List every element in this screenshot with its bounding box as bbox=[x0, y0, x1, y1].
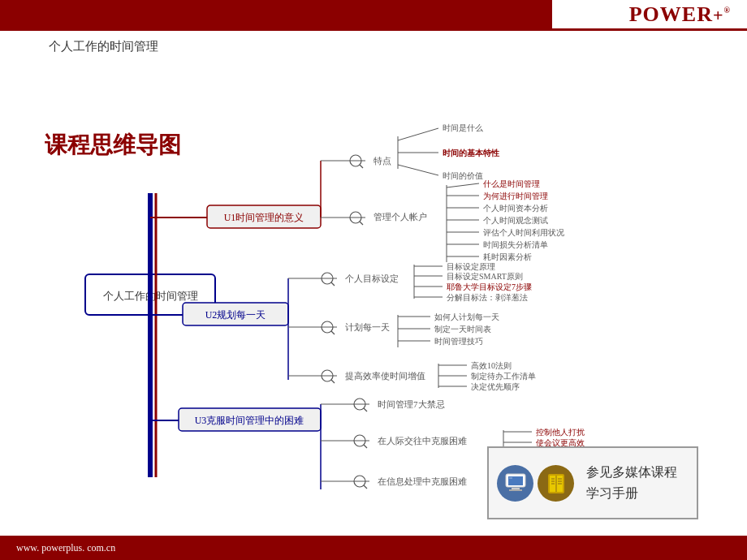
svg-line-98 bbox=[364, 485, 367, 489]
info-text: 参见多媒体课程 学习手册 bbox=[586, 462, 677, 503]
svg-text:管理个人帐户: 管理个人帐户 bbox=[374, 212, 427, 222]
svg-text:控制他人打扰: 控制他人打扰 bbox=[536, 428, 585, 437]
svg-text:制定一天时间表: 制定一天时间表 bbox=[434, 325, 491, 334]
svg-text:耶鲁大学目标设定7步骤: 耶鲁大学目标设定7步骤 bbox=[447, 282, 532, 291]
info-line1: 参见多媒体课程 bbox=[586, 462, 677, 483]
svg-text:分解目标法：剥洋葱法: 分解目标法：剥洋葱法 bbox=[447, 293, 528, 302]
svg-rect-109 bbox=[512, 488, 520, 489]
svg-text:个人时间资本分析: 个人时间资本分析 bbox=[483, 204, 548, 213]
svg-text:时间是什么: 时间是什么 bbox=[443, 123, 483, 132]
svg-text:如何人计划每一天: 如何人计划每一天 bbox=[434, 312, 499, 321]
svg-rect-110 bbox=[509, 489, 522, 491]
svg-text:提高效率使时间增值: 提高效率使时间增值 bbox=[345, 371, 425, 381]
footer: www. powerplus. com.cn bbox=[0, 536, 747, 560]
info-box: 参见多媒体课程 学习手册 bbox=[487, 446, 698, 519]
svg-line-21 bbox=[360, 222, 363, 225]
svg-text:时间管理技巧: 时间管理技巧 bbox=[434, 337, 483, 346]
svg-line-44 bbox=[331, 282, 335, 286]
logo-plus: + bbox=[713, 5, 724, 25]
footer-url: www. powerplus. com.cn bbox=[16, 542, 115, 554]
svg-text:评估个人时间利用状况: 评估个人时间利用状况 bbox=[483, 228, 564, 237]
svg-text:计划每一天: 计划每一天 bbox=[345, 322, 390, 332]
svg-text:时间损失分析清单: 时间损失分析清单 bbox=[483, 240, 548, 249]
logo-text: POWER bbox=[629, 2, 713, 26]
svg-text:个人时间观念测试: 个人时间观念测试 bbox=[483, 216, 548, 225]
svg-line-10 bbox=[360, 165, 363, 168]
svg-line-13 bbox=[398, 128, 438, 140]
mindmap-title: 课程思维导图 bbox=[45, 131, 181, 157]
svg-text:在信息处理中克服困难: 在信息处理中克服困难 bbox=[378, 476, 467, 486]
svg-line-68 bbox=[331, 380, 335, 383]
info-line2: 学习手册 bbox=[586, 483, 677, 504]
svg-text:耗时因素分析: 耗时因素分析 bbox=[483, 252, 532, 261]
svg-text:时间管理7大禁忌: 时间管理7大禁忌 bbox=[378, 399, 445, 409]
svg-text:U1时间管理的意义: U1时间管理的意义 bbox=[224, 212, 304, 223]
svg-text:时间的价值: 时间的价值 bbox=[443, 171, 483, 180]
header-bar bbox=[0, 0, 552, 31]
svg-text:U2规划每一天: U2规划每一天 bbox=[205, 309, 266, 321]
svg-text:特点: 特点 bbox=[374, 156, 391, 166]
svg-line-57 bbox=[331, 331, 335, 334]
svg-text:高效10法则: 高效10法则 bbox=[471, 361, 512, 370]
svg-text:制定待办工作清单: 制定待办工作清单 bbox=[471, 372, 536, 381]
svg-text:个人目标设定: 个人目标设定 bbox=[345, 274, 399, 283]
svg-line-24 bbox=[447, 183, 479, 187]
svg-text:目标设定原理: 目标设定原理 bbox=[447, 262, 495, 271]
computer-icon bbox=[497, 465, 533, 502]
svg-line-83 bbox=[364, 408, 367, 411]
svg-text:什么是时间管理: 什么是时间管理 bbox=[483, 179, 540, 188]
svg-text:在人际交往中克服困难: 在人际交往中克服困难 bbox=[378, 436, 467, 446]
logo: POWER+® bbox=[629, 2, 731, 27]
svg-text:决定优先顺序: 决定优先顺序 bbox=[471, 382, 520, 391]
svg-line-17 bbox=[398, 165, 438, 175]
svg-text:时间的基本特性: 时间的基本特性 bbox=[443, 149, 500, 157]
info-icons bbox=[497, 465, 574, 502]
book-icon bbox=[538, 465, 574, 502]
svg-text:目标设定SMART原则: 目标设定SMART原则 bbox=[447, 272, 523, 281]
svg-text:U3克服时间管理中的困难: U3克服时间管理中的困难 bbox=[195, 415, 304, 426]
svg-text:为何进行时间管理: 为何进行时间管理 bbox=[483, 192, 548, 200]
svg-line-87 bbox=[364, 445, 367, 448]
